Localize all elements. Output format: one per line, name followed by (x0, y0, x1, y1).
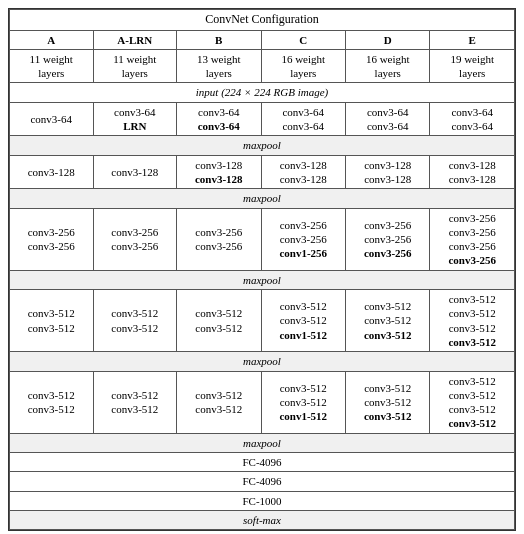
maxpool-5-row: maxpool (10, 433, 515, 452)
cell-d-conv64: conv3-64conv3-64 (346, 102, 430, 136)
maxpool-5: maxpool (10, 433, 515, 452)
fc1000: FC-1000 (10, 491, 515, 510)
cell-c-conv256: conv3-256conv3-256conv1-256 (261, 208, 345, 270)
cell-alrn-conv512b: conv3-512conv3-512 (93, 371, 177, 433)
cell-a-conv256: conv3-256conv3-256 (10, 208, 94, 270)
cell-e-conv128: conv3-128conv3-128 (430, 155, 515, 189)
table-title: ConvNet Configuration (10, 10, 515, 31)
title-row: ConvNet Configuration (10, 10, 515, 31)
cell-a-conv64: conv3-64 (10, 102, 94, 136)
weight-e: 19 weightlayers (430, 49, 515, 83)
cell-c-conv128: conv3-128conv3-128 (261, 155, 345, 189)
cell-d-conv256: conv3-256conv3-256conv3-256 (346, 208, 430, 270)
cell-e-conv512b: conv3-512conv3-512conv3-512conv3-512 (430, 371, 515, 433)
softmax: soft-max (10, 510, 515, 529)
cell-alrn-conv64: conv3-64LRN (93, 102, 177, 136)
conv64-row: conv3-64 conv3-64LRN conv3-64conv3-64 co… (10, 102, 515, 136)
col-b: B (177, 30, 261, 49)
cell-alrn-conv256: conv3-256conv3-256 (93, 208, 177, 270)
conv256-row: conv3-256conv3-256 conv3-256conv3-256 co… (10, 208, 515, 270)
col-e: E (430, 30, 515, 49)
weight-alrn: 11 weightlayers (93, 49, 177, 83)
weight-a: 11 weightlayers (10, 49, 94, 83)
cell-alrn-conv128: conv3-128 (93, 155, 177, 189)
cell-d-conv128: conv3-128conv3-128 (346, 155, 430, 189)
cell-b-conv512a: conv3-512conv3-512 (177, 290, 261, 352)
weight-c: 16 weightlayers (261, 49, 345, 83)
cell-a-conv128: conv3-128 (10, 155, 94, 189)
input-row: input (224 × 224 RGB image) (10, 83, 515, 102)
fc4096b-row: FC-4096 (10, 472, 515, 491)
col-d: D (346, 30, 430, 49)
maxpool-2-row: maxpool (10, 189, 515, 208)
cell-c-conv512b: conv3-512conv3-512conv1-512 (261, 371, 345, 433)
weight-b: 13 weightlayers (177, 49, 261, 83)
maxpool-3-row: maxpool (10, 270, 515, 289)
col-a: A (10, 30, 94, 49)
fc4096b: FC-4096 (10, 472, 515, 491)
conv512b-row: conv3-512conv3-512 conv3-512conv3-512 co… (10, 371, 515, 433)
cell-d-conv512b: conv3-512conv3-512conv3-512 (346, 371, 430, 433)
cell-e-conv512a: conv3-512conv3-512conv3-512conv3-512 (430, 290, 515, 352)
col-alrn: A-LRN (93, 30, 177, 49)
cell-a-conv512a: conv3-512conv3-512 (10, 290, 94, 352)
maxpool-4-row: maxpool (10, 352, 515, 371)
cell-e-conv256: conv3-256conv3-256conv3-256conv3-256 (430, 208, 515, 270)
column-header-row: A A-LRN B C D E (10, 30, 515, 49)
conv128-row: conv3-128 conv3-128 conv3-128conv3-128 c… (10, 155, 515, 189)
convnet-table: ConvNet Configuration A A-LRN B C D E 11… (8, 8, 516, 531)
cell-b-conv512b: conv3-512conv3-512 (177, 371, 261, 433)
cell-c-conv64: conv3-64conv3-64 (261, 102, 345, 136)
cell-a-conv512b: conv3-512conv3-512 (10, 371, 94, 433)
maxpool-4: maxpool (10, 352, 515, 371)
maxpool-1: maxpool (10, 136, 515, 155)
softmax-row: soft-max (10, 510, 515, 529)
cell-e-conv64: conv3-64conv3-64 (430, 102, 515, 136)
cell-c-conv512a: conv3-512conv3-512conv1-512 (261, 290, 345, 352)
weight-row: 11 weightlayers 11 weightlayers 13 weigh… (10, 49, 515, 83)
conv512a-row: conv3-512conv3-512 conv3-512conv3-512 co… (10, 290, 515, 352)
fc4096a: FC-4096 (10, 453, 515, 472)
maxpool-1-row: maxpool (10, 136, 515, 155)
maxpool-3: maxpool (10, 270, 515, 289)
fc4096a-row: FC-4096 (10, 453, 515, 472)
weight-d: 16 weightlayers (346, 49, 430, 83)
col-c: C (261, 30, 345, 49)
cell-alrn-conv512a: conv3-512conv3-512 (93, 290, 177, 352)
input-label: input (224 × 224 RGB image) (10, 83, 515, 102)
fc1000-row: FC-1000 (10, 491, 515, 510)
cell-d-conv512a: conv3-512conv3-512conv3-512 (346, 290, 430, 352)
cell-b-conv256: conv3-256conv3-256 (177, 208, 261, 270)
cell-b-conv64: conv3-64conv3-64 (177, 102, 261, 136)
maxpool-2: maxpool (10, 189, 515, 208)
cell-b-conv128: conv3-128conv3-128 (177, 155, 261, 189)
